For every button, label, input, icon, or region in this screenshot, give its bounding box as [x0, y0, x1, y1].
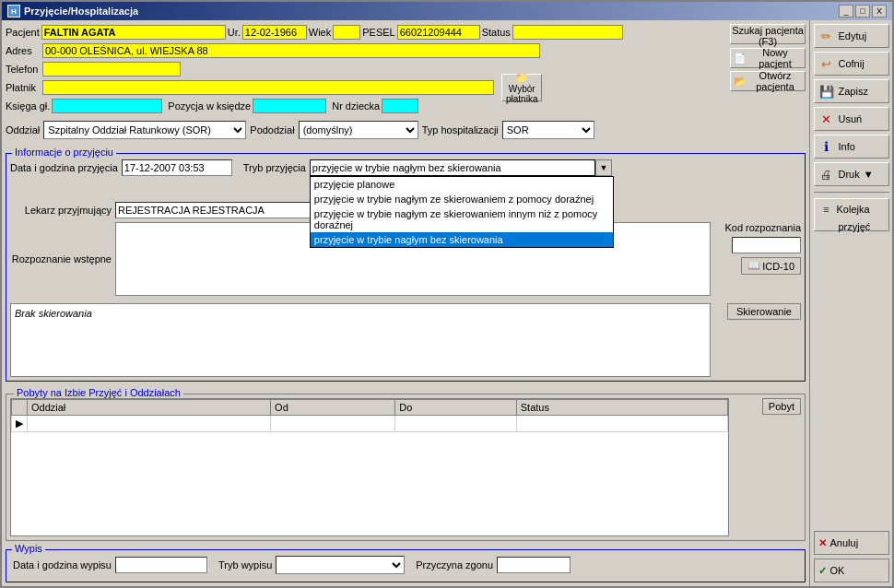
patient-age-field [333, 25, 360, 40]
row-do [395, 416, 517, 432]
oddział-row: Oddział Szpitalny Oddział Ratunkowy (SOR… [6, 121, 806, 139]
zapisz-label: Zapisz [839, 86, 868, 97]
info-button[interactable]: ℹ Info [814, 135, 889, 159]
przyczyna-zgonu-input[interactable] [497, 557, 571, 573]
oddział-select[interactable]: Szpitalny Oddział Ratunkowy (SOR) [43, 121, 246, 139]
pobyty-table: Oddział Od Do Status ▶ [11, 399, 728, 432]
th-od: Od [271, 400, 395, 416]
data-przyjecia-label: Data i godzina przyjęcia [10, 162, 118, 173]
otworz-pacjenta-label: Otwórz pacjenta [748, 70, 802, 92]
tryb-wypisu-select[interactable] [276, 556, 405, 574]
close-button[interactable]: X [872, 5, 887, 18]
lekarz-input[interactable] [115, 202, 318, 218]
oddział-label: Oddział [6, 124, 40, 135]
patient-info-left: Pacjent FALTIN AGATA Ur. 12-02-1966 Wiek… [6, 24, 691, 114]
ok-icon: ✓ [818, 565, 827, 577]
dropdown-item-planowe[interactable]: przyjęcie planowe [311, 177, 613, 192]
nowy-pacjent-button[interactable]: 📄 Nowy pacjent [730, 48, 806, 68]
th-do: Do [395, 400, 517, 416]
druk-button[interactable]: 🖨 Druk ▼ [814, 162, 889, 186]
save-icon: 💾 [818, 83, 835, 100]
informacje-title: Informacje o przyjęciu [12, 147, 116, 158]
patient-status-field [512, 25, 623, 40]
adres-row: Adres 00-000 OLEŚNICA, ul. WIEJSKA 88 [6, 42, 691, 59]
patient-row: Pacjent FALTIN AGATA Ur. 12-02-1966 Wiek… [6, 24, 691, 41]
tryb-przyjecia-input[interactable] [310, 159, 595, 176]
table-row: ▶ [12, 416, 728, 432]
info-icon: ℹ [818, 138, 835, 155]
kod-rozpoznania-input[interactable] [732, 237, 801, 253]
kolejka-label: Kolejka [837, 204, 870, 215]
patient-name-field: FALTIN AGATA [41, 25, 226, 40]
separator [814, 192, 889, 193]
patient-pesel-field: 66021209444 [397, 25, 480, 40]
row-arrow: ▶ [12, 416, 28, 432]
tryb-przyjecia-label: Tryb przyjęcia [243, 162, 306, 173]
info-label: Info [839, 141, 855, 152]
data-wypisu-label: Data i godzina wypisu [10, 559, 112, 570]
rozpoznanie-right: Kod rozpoznania 📖 ICD-10 [718, 222, 801, 300]
pobyty-table-container: Oddział Od Do Status ▶ [10, 398, 729, 536]
delete-icon: ✕ [818, 111, 835, 127]
kod-rozpoznania-label: Kod rozpoznania [724, 222, 801, 233]
cofnij-button[interactable]: ↩ Cofnij [814, 52, 889, 76]
title-bar-buttons[interactable]: _ □ X [839, 5, 887, 18]
typ-hospitalizacji-label: Typ hospitalizacji [422, 124, 499, 135]
title-bar-left: H Przyjęcie/Hospitalizacja [7, 5, 138, 18]
kolejka-button[interactable]: ≡ Kolejka przyjęć [814, 198, 889, 231]
anuluj-label: Anuluj [830, 537, 859, 548]
pododział-select[interactable]: (domyślny) [299, 121, 418, 139]
platnik-label: Płatnik [6, 82, 41, 93]
right-panel: ✏ Edytuj ↩ Cofnij 💾 Zapisz ✕ Usuń ℹ Info… [809, 20, 892, 586]
data-przyjecia-input[interactable] [122, 159, 232, 176]
queue-icon: ≡ [818, 201, 835, 218]
pobyt-button[interactable]: Pobyt [762, 398, 801, 415]
ok-label: OK [830, 565, 845, 576]
row-od [271, 416, 395, 432]
platnik-row: Płatnik 📁 Wybórpłatnika [6, 79, 691, 96]
title-bar: H Przyjęcie/Hospitalizacja _ □ X [2, 2, 892, 20]
main-window: H Przyjęcie/Hospitalizacja _ □ X Pacjent… [0, 0, 894, 588]
icd10-button[interactable]: 📖 ICD-10 [741, 257, 801, 275]
data-wypisu-input[interactable] [115, 557, 207, 573]
edit-icon: ✏ [818, 28, 835, 44]
szukaj-pacjenta-button[interactable]: Szukaj pacjenta (F3) [730, 24, 806, 44]
dropdown-item-nagly-bez[interactable]: przyjęcie w trybie nagłym bez skierowani… [311, 232, 613, 247]
wybor-platnika-label: Wybórpłatnika [506, 84, 537, 104]
pobyty-table-header: Oddział Od Do Status [12, 400, 728, 416]
book-icon: 📖 [747, 260, 760, 272]
window-title: Przyjęcie/Hospitalizacja [24, 6, 138, 17]
th-arrow [12, 400, 28, 416]
wybor-platnika-button[interactable]: 📁 Wybórpłatnika [501, 74, 542, 101]
usun-button[interactable]: ✕ Usuń [814, 107, 889, 131]
minimize-button[interactable]: _ [839, 5, 853, 18]
ksiega-field [52, 99, 162, 113]
row-oddział [28, 416, 271, 432]
zapisz-button[interactable]: 💾 Zapisz [814, 79, 889, 103]
rozpoznanie-label: Rozpoznanie wstępne [10, 253, 112, 265]
adres-label: Adres [6, 45, 41, 56]
right-panel-bottom: ✕ Anuluj ✓ OK [814, 531, 889, 582]
nr-dziecka-label: Nr dziecka [332, 100, 380, 112]
ok-button[interactable]: ✓ OK [814, 559, 889, 582]
edytuj-button[interactable]: ✏ Edytuj [814, 24, 889, 48]
patient-name-value: FALTIN AGATA [44, 27, 116, 38]
typ-hospitalizacji-select[interactable]: SOR [502, 121, 594, 139]
kolejka-label2: przyjęć [839, 221, 871, 232]
usun-label: Usuń [839, 113, 863, 124]
platnik-field [42, 80, 494, 95]
maximize-button[interactable]: □ [855, 5, 870, 18]
dropdown-item-nagly-pomoc[interactable]: przyjęcie w trybie nagłym ze skierowanie… [311, 192, 613, 206]
ksiega-label: Księga gł. [6, 100, 50, 112]
skierowanie-section: Brak skierowania Skierowanie [10, 303, 801, 377]
anuluj-icon: ✕ [818, 537, 827, 549]
otworz-pacjenta-button[interactable]: 📂 Otwórz pacjenta [730, 71, 806, 91]
tryb-przyjecia-dropdown-button[interactable]: ▼ [595, 159, 612, 176]
skierowanie-left: Brak skierowania [10, 303, 711, 377]
skierowanie-button[interactable]: Skierowanie [727, 303, 801, 320]
document-icon: 📄 [734, 53, 747, 65]
anuluj-button[interactable]: ✕ Anuluj [814, 531, 889, 555]
edytuj-label: Edytuj [839, 30, 867, 41]
wiek-label: Wiek [309, 27, 331, 38]
dropdown-item-nagly-inne[interactable]: przyjęcie w trybie nagłym ze skierowanie… [311, 206, 613, 232]
